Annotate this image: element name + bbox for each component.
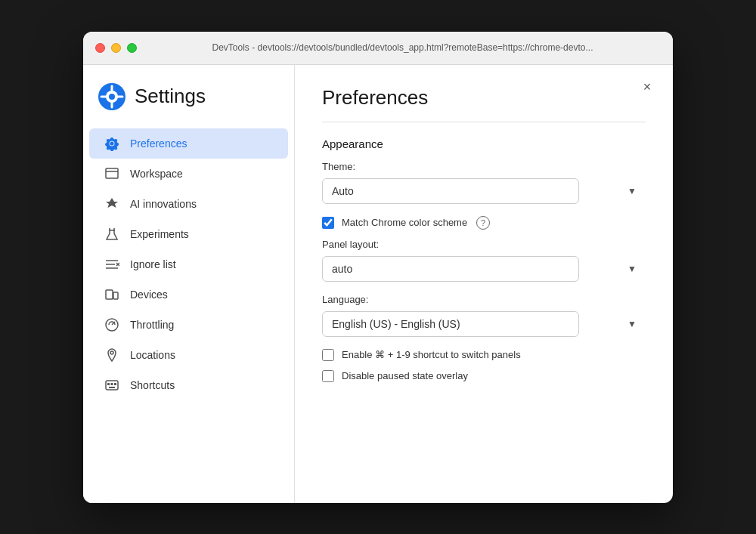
language-select-wrapper: English (US) - English (US) ▼ — [322, 311, 646, 337]
theme-label: Theme: — [322, 161, 646, 172]
shortcuts-label: Shortcuts — [130, 379, 175, 391]
svg-rect-15 — [107, 383, 110, 385]
sidebar-item-ignore-list[interactable]: Ignore list — [89, 249, 288, 279]
language-select[interactable]: English (US) - English (US) — [322, 311, 579, 337]
panel-layout-label: Panel layout: — [322, 239, 646, 250]
match-chrome-checkbox[interactable] — [322, 217, 334, 229]
shortcut-checkbox[interactable] — [322, 349, 334, 361]
sidebar-item-shortcuts[interactable]: Shortcuts — [89, 370, 288, 400]
devtools-icon — [98, 83, 125, 110]
sidebar-item-locations[interactable]: Locations — [89, 340, 288, 370]
panel-layout-select-arrow: ▼ — [627, 264, 637, 274]
svg-rect-17 — [114, 383, 116, 385]
titlebar: DevTools - devtools://devtools/bundled/d… — [83, 32, 673, 65]
throttling-icon — [104, 317, 119, 332]
theme-select-arrow: ▼ — [627, 186, 637, 196]
throttling-label: Throttling — [130, 319, 174, 331]
locations-label: Locations — [130, 349, 175, 361]
preferences-icon — [104, 136, 119, 151]
language-select-arrow: ▼ — [627, 319, 637, 329]
paused-overlay-row: Disable paused state overlay — [322, 370, 646, 382]
sidebar-item-workspace[interactable]: Workspace — [89, 159, 288, 189]
panel-layout-select-wrapper: auto horizontal vertical ▼ — [322, 256, 646, 282]
sidebar: Settings Preferences Workspace AI inn — [83, 65, 295, 503]
appearance-section-title: Appearance — [322, 137, 646, 150]
close-button[interactable]: × — [637, 77, 658, 98]
ignore-list-label: Ignore list — [130, 258, 176, 270]
main-panel: × Preferences Appearance Theme: Auto Lig… — [295, 65, 673, 503]
maximize-traffic-light[interactable] — [127, 43, 137, 53]
workspace-label: Workspace — [130, 168, 183, 180]
sidebar-item-devices[interactable]: Devices — [89, 279, 288, 310]
svg-rect-3 — [106, 168, 118, 178]
svg-rect-11 — [113, 292, 118, 299]
panel-layout-select[interactable]: auto horizontal vertical — [322, 256, 579, 282]
ai-innovations-icon — [104, 196, 119, 211]
theme-select[interactable]: Auto Light Dark — [322, 178, 579, 204]
settings-header: Settings — [83, 83, 294, 128]
locations-icon — [104, 347, 119, 363]
sidebar-item-throttling[interactable]: Throttling — [89, 310, 288, 340]
settings-title: Settings — [135, 85, 206, 108]
workspace-icon — [104, 166, 119, 181]
sidebar-item-ai-innovations[interactable]: AI innovations — [89, 189, 288, 219]
svg-rect-10 — [106, 290, 113, 299]
shortcut-label: Enable ⌘ + 1-9 shortcut to switch panels — [342, 349, 521, 360]
shortcut-row: Enable ⌘ + 1-9 shortcut to switch panels — [322, 349, 646, 361]
page-title: Preferences — [322, 86, 646, 110]
experiments-label: Experiments — [130, 228, 189, 240]
devtools-window: DevTools - devtools://devtools/bundled/d… — [83, 32, 673, 503]
shortcuts-icon — [104, 378, 119, 393]
svg-point-13 — [110, 351, 113, 354]
preferences-label: Preferences — [130, 137, 187, 150]
content-area: Settings Preferences Workspace AI inn — [83, 65, 673, 503]
devices-label: Devices — [130, 289, 168, 301]
ai-innovations-label: AI innovations — [130, 198, 197, 210]
svg-rect-16 — [111, 383, 113, 385]
ignore-list-icon — [104, 257, 119, 272]
sidebar-item-experiments[interactable]: Experiments — [89, 219, 288, 249]
svg-rect-18 — [109, 387, 115, 388]
devices-icon — [104, 287, 119, 302]
match-chrome-row: Match Chrome color scheme ? — [322, 216, 646, 230]
divider — [322, 122, 646, 122]
titlebar-url: DevTools - devtools://devtools/bundled/d… — [144, 42, 661, 53]
traffic-lights — [95, 43, 137, 53]
theme-select-wrapper: Auto Light Dark ▼ — [322, 178, 646, 204]
paused-overlay-checkbox[interactable] — [322, 370, 334, 382]
sidebar-item-preferences[interactable]: Preferences — [89, 128, 288, 159]
help-icon[interactable]: ? — [476, 216, 490, 230]
language-label: Language: — [322, 294, 646, 305]
svg-point-2 — [109, 94, 115, 100]
match-chrome-label: Match Chrome color scheme — [342, 217, 467, 228]
paused-overlay-label: Disable paused state overlay — [342, 370, 468, 381]
experiments-icon — [104, 227, 119, 242]
close-traffic-light[interactable] — [95, 43, 105, 53]
minimize-traffic-light[interactable] — [111, 43, 121, 53]
